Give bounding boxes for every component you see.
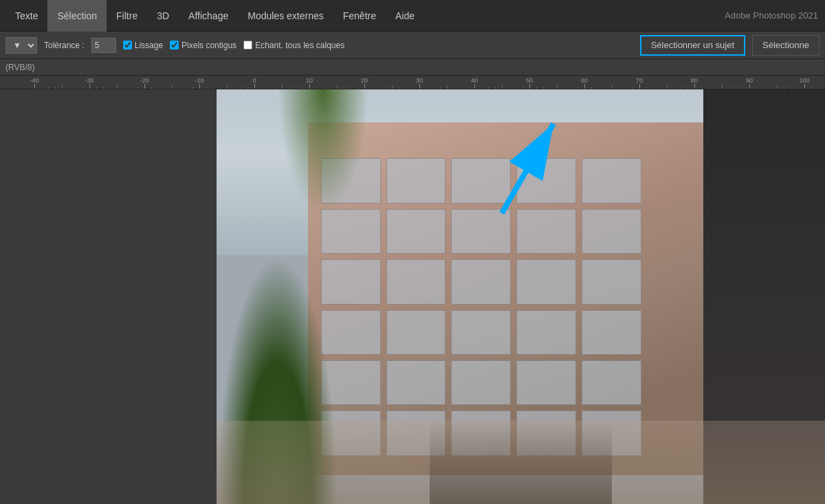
lissage-group: Lissage xyxy=(123,41,163,50)
echant-label: Echant. tous les calques xyxy=(255,41,344,50)
tolerance-input[interactable] xyxy=(91,38,116,53)
menu-item-filtre[interactable]: Filtre xyxy=(107,0,147,32)
menu-item-fenetre[interactable]: Fenêtre xyxy=(333,0,386,32)
app-title: Adobe Photoshop 2021 xyxy=(725,10,818,21)
foliage-top xyxy=(278,89,369,214)
pixels-contigus-label: Pixels contigus xyxy=(182,41,236,50)
options-bar: ▼ Tolérance : Lissage Pixels contigus Ec… xyxy=(0,32,825,59)
ruler xyxy=(0,76,825,89)
tolerance-label: Tolérance : xyxy=(44,41,85,50)
canvas-area[interactable] xyxy=(0,89,825,504)
menu-item-affichage[interactable]: Affichage xyxy=(179,0,238,32)
menu-item-selection[interactable]: Sélection xyxy=(47,0,107,32)
color-mode-info: (RVB/8) xyxy=(6,63,34,72)
photo-canvas xyxy=(217,89,825,504)
tool-mode-dropdown[interactable]: ▼ xyxy=(6,37,37,54)
echant-checkbox[interactable] xyxy=(243,41,252,50)
menu-bar: Texte Sélection Filtre 3D Affichage Modu… xyxy=(0,0,825,32)
info-bar: (RVB/8) xyxy=(0,59,825,76)
menu-item-modules[interactable]: Modules externes xyxy=(238,0,333,32)
menu-item-3d[interactable]: 3D xyxy=(147,0,179,32)
echant-group: Echant. tous les calques xyxy=(243,41,344,50)
menu-item-aide[interactable]: Aide xyxy=(386,0,424,32)
select-and-button[interactable]: Sélectionne xyxy=(752,35,820,56)
select-subject-button[interactable]: Sélectionner un sujet xyxy=(640,35,745,56)
lissage-label: Lissage xyxy=(135,41,163,50)
pixels-contigus-checkbox[interactable] xyxy=(170,41,179,50)
pixels-contigus-group: Pixels contigus xyxy=(170,41,236,50)
menu-item-texte[interactable]: Texte xyxy=(6,0,47,32)
person-hint xyxy=(430,421,613,504)
lissage-checkbox[interactable] xyxy=(123,41,132,50)
